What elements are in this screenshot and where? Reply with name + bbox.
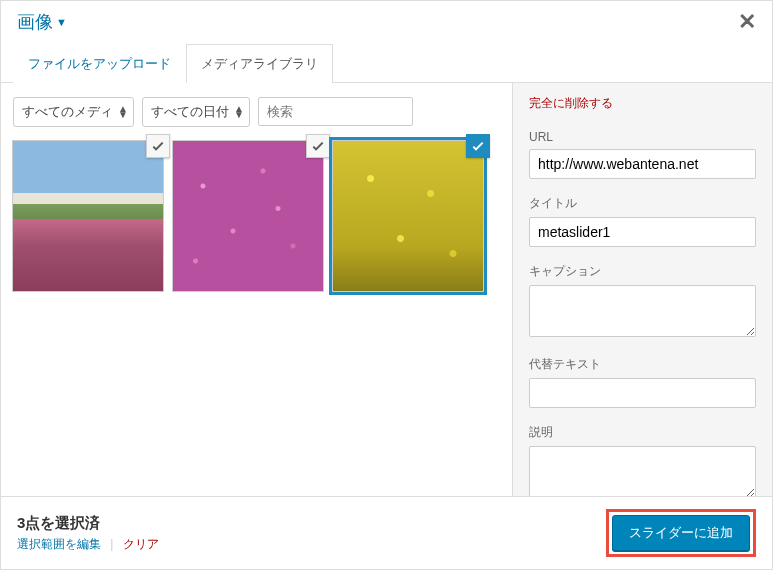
chevron-down-icon: ▼ — [56, 16, 67, 28]
desc-field[interactable] — [529, 446, 756, 496]
select-arrows-icon: ▲▼ — [234, 106, 244, 118]
filter-media-type[interactable]: すべてのメディ ▲▼ — [13, 97, 134, 127]
modal-title[interactable]: 画像▼ — [17, 10, 67, 34]
selection-count: 3点を選択済 — [17, 514, 159, 533]
select-arrows-icon: ▲▼ — [118, 106, 128, 118]
add-to-slider-button[interactable]: スライダーに追加 — [612, 515, 750, 551]
check-icon[interactable] — [466, 134, 490, 158]
caption-field[interactable] — [529, 285, 756, 337]
delete-permanently-link[interactable]: 完全に削除する — [529, 95, 756, 112]
desc-label: 説明 — [529, 424, 756, 441]
check-icon[interactable] — [306, 134, 330, 158]
title-label: タイトル — [529, 195, 756, 212]
clear-selection-link[interactable]: クリア — [123, 537, 159, 551]
media-thumbnail[interactable] — [333, 141, 483, 291]
title-field[interactable] — [529, 217, 756, 247]
search-input[interactable] — [258, 97, 413, 126]
thumbnail-image — [13, 141, 163, 291]
check-icon[interactable] — [146, 134, 170, 158]
alt-label: 代替テキスト — [529, 356, 756, 373]
highlight-annotation: スライダーに追加 — [606, 509, 756, 557]
thumbnail-image — [173, 141, 323, 291]
url-field[interactable] — [529, 149, 756, 179]
filter-date[interactable]: すべての日付 ▲▼ — [142, 97, 250, 127]
separator: | — [110, 537, 113, 551]
media-thumbnail[interactable] — [173, 141, 323, 291]
url-label: URL — [529, 130, 756, 144]
thumbnail-image — [333, 141, 483, 291]
caption-label: キャプション — [529, 263, 756, 280]
media-thumbnail[interactable] — [13, 141, 163, 291]
tab-media-library[interactable]: メディアライブラリ — [186, 44, 333, 83]
edit-selection-link[interactable]: 選択範囲を編集 — [17, 537, 101, 551]
tab-upload[interactable]: ファイルをアップロード — [13, 44, 186, 83]
alt-field[interactable] — [529, 378, 756, 408]
close-icon[interactable]: ✕ — [738, 9, 756, 35]
